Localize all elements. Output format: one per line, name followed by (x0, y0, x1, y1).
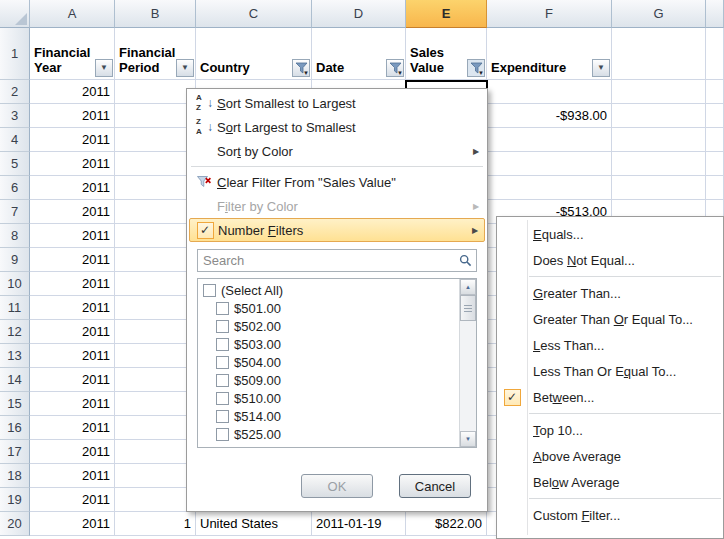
row-header-5[interactable]: 5 (0, 152, 30, 176)
cell-h5[interactable] (706, 152, 724, 176)
cell-b2[interactable] (115, 80, 196, 104)
cell-b18[interactable] (115, 464, 196, 488)
filter-value-row[interactable]: $502.00 (200, 317, 456, 335)
row-header-8[interactable]: 8 (0, 224, 30, 248)
cell-b4[interactable] (115, 128, 196, 152)
cell-b5[interactable] (115, 152, 196, 176)
row-header-15[interactable]: 15 (0, 392, 30, 416)
search-input[interactable] (197, 249, 477, 272)
cell-a7[interactable]: 2011 (30, 200, 115, 224)
cell-a19[interactable]: 2011 (30, 488, 115, 512)
list-scrollbar[interactable]: ▲ ▼ (459, 279, 476, 447)
row-header-1[interactable]: 1 (0, 28, 30, 80)
header-cell-h[interactable] (706, 28, 724, 80)
submenu-item-does-not-equal[interactable]: Does Not Equal... (497, 247, 723, 273)
cell-a10[interactable]: 2011 (30, 272, 115, 296)
header-cell-e[interactable]: Sales Value▼ (406, 28, 487, 80)
submenu-item-greater-than[interactable]: Greater Than... (497, 280, 723, 306)
submenu-item-equals[interactable]: Equals... (497, 221, 723, 247)
e-filter-button[interactable]: ▼ (467, 59, 485, 77)
row-header-3[interactable]: 3 (0, 104, 30, 128)
submenu-item-below-average[interactable]: Below Average (497, 469, 723, 495)
cell-b7[interactable] (115, 200, 196, 224)
scroll-thumb[interactable] (460, 295, 476, 321)
cell-a17[interactable]: 2011 (30, 440, 115, 464)
cell-g3[interactable] (612, 104, 706, 128)
cell-b13[interactable] (115, 344, 196, 368)
checkbox-icon[interactable] (203, 284, 216, 297)
row-header-16[interactable]: 16 (0, 416, 30, 440)
checkbox-icon[interactable] (216, 428, 229, 441)
cell-g5[interactable] (612, 152, 706, 176)
cell-b8[interactable] (115, 224, 196, 248)
cell-a4[interactable]: 2011 (30, 128, 115, 152)
row-header-13[interactable]: 13 (0, 344, 30, 368)
filter-value-row[interactable]: $510.00 (200, 389, 456, 407)
header-cell-a[interactable]: Financial Year▼ (30, 28, 115, 80)
checkbox-icon[interactable] (216, 410, 229, 423)
cell-a5[interactable]: 2011 (30, 152, 115, 176)
column-header-c[interactable]: C (196, 0, 312, 28)
filter-value-row[interactable]: $501.00 (200, 299, 456, 317)
header-cell-d[interactable]: Date▼ (312, 28, 406, 80)
search-icon[interactable] (456, 251, 475, 270)
cell-b10[interactable] (115, 272, 196, 296)
cell-a8[interactable]: 2011 (30, 224, 115, 248)
column-header-d[interactable]: D (312, 0, 406, 28)
cell-b15[interactable] (115, 392, 196, 416)
row-header-11[interactable]: 11 (0, 296, 30, 320)
cell-a16[interactable]: 2011 (30, 416, 115, 440)
cell-a6[interactable]: 2011 (30, 176, 115, 200)
row-header-20[interactable]: 20 (0, 512, 30, 536)
scroll-down-icon[interactable]: ▼ (460, 431, 476, 447)
cell-h2[interactable] (706, 80, 724, 104)
scroll-up-icon[interactable]: ▲ (460, 279, 476, 295)
cell-a12[interactable]: 2011 (30, 320, 115, 344)
cell-b14[interactable] (115, 368, 196, 392)
submenu-item-custom-filter[interactable]: Custom Filter... (497, 502, 723, 528)
cell-b12[interactable] (115, 320, 196, 344)
row-header-10[interactable]: 10 (0, 272, 30, 296)
cell-d20[interactable]: 2011-01-19 (312, 512, 406, 536)
cell-a14[interactable]: 2011 (30, 368, 115, 392)
header-cell-b[interactable]: Financial Period▼ (115, 28, 196, 80)
cancel-button[interactable]: Cancel (399, 474, 471, 498)
row-header-6[interactable]: 6 (0, 176, 30, 200)
cell-f4[interactable] (487, 128, 612, 152)
cell-a11[interactable]: 2011 (30, 296, 115, 320)
column-header-e[interactable]: E (406, 0, 487, 28)
row-header-4[interactable]: 4 (0, 128, 30, 152)
cell-b9[interactable] (115, 248, 196, 272)
row-header-17[interactable]: 17 (0, 440, 30, 464)
cell-f2[interactable] (487, 80, 612, 104)
cell-b17[interactable] (115, 440, 196, 464)
cell-f6[interactable] (487, 176, 612, 200)
menu-item-sort-largest-to-smallest[interactable]: ZA↓Sort Largest to Smallest (189, 115, 485, 139)
cell-a15[interactable]: 2011 (30, 392, 115, 416)
cell-g2[interactable] (612, 80, 706, 104)
submenu-item-top-10[interactable]: Top 10... (497, 417, 723, 443)
select-all-corner[interactable] (0, 0, 30, 28)
header-cell-c[interactable]: Country▼ (196, 28, 312, 80)
filter-value-row[interactable]: $504.00 (200, 353, 456, 371)
submenu-item-less-than[interactable]: Less Than... (497, 332, 723, 358)
cell-a9[interactable]: 2011 (30, 248, 115, 272)
cell-g6[interactable] (612, 176, 706, 200)
cell-b6[interactable] (115, 176, 196, 200)
c-filter-button[interactable]: ▼ (292, 59, 310, 77)
filter-value-row[interactable]: $525.00 (200, 425, 456, 443)
cell-h6[interactable] (706, 176, 724, 200)
cell-h3[interactable] (706, 104, 724, 128)
filter-value-row[interactable]: $514.00 (200, 407, 456, 425)
checkbox-icon[interactable] (216, 302, 229, 315)
column-header-g[interactable]: G (612, 0, 706, 28)
row-header-18[interactable]: 18 (0, 464, 30, 488)
column-header-a[interactable]: A (30, 0, 115, 28)
cell-f3[interactable]: -$938.00 (487, 104, 612, 128)
cell-a2[interactable]: 2011 (30, 80, 115, 104)
submenu-item-less-than-or-equal-to[interactable]: Less Than Or Equal To... (497, 358, 723, 384)
submenu-item-above-average[interactable]: Above Average (497, 443, 723, 469)
row-header-9[interactable]: 9 (0, 248, 30, 272)
row-header-12[interactable]: 12 (0, 320, 30, 344)
d-filter-button[interactable]: ▼ (386, 59, 404, 77)
